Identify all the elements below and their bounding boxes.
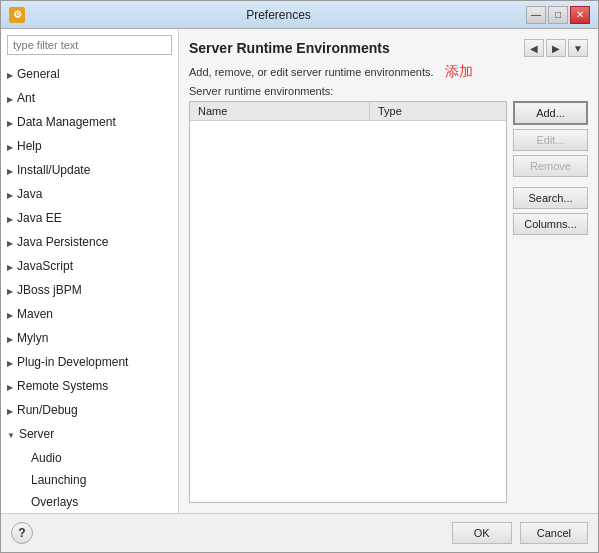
sidebar-item-audio[interactable]: Audio [1, 447, 178, 469]
col-name: Name [190, 102, 370, 120]
filter-input[interactable] [7, 35, 172, 55]
action-buttons: Add... Edit... Remove Search... Columns.… [513, 101, 588, 503]
sidebar-item-jboss-jbpm[interactable]: JBoss jBPM [1, 279, 178, 303]
columns-button[interactable]: Columns... [513, 213, 588, 235]
chinese-add-text: 添加 [445, 63, 473, 79]
sidebar-item-general[interactable]: General [1, 63, 178, 87]
remove-button[interactable]: Remove [513, 155, 588, 177]
sidebar-item-plugin-dev[interactable]: Plug-in Development [1, 351, 178, 375]
table-header: Name Type [190, 102, 506, 121]
panel-header: Server Runtime Environments ◀ ▶ ▼ [189, 39, 588, 57]
runtime-table: Name Type [189, 101, 507, 503]
add-button[interactable]: Add... [513, 101, 588, 125]
sidebar-item-install-update[interactable]: Install/Update [1, 159, 178, 183]
sidebar-item-maven[interactable]: Maven [1, 303, 178, 327]
sidebar-item-javascript[interactable]: JavaScript [1, 255, 178, 279]
sidebar-item-data-management[interactable]: Data Management [1, 111, 178, 135]
table-area: Name Type Add... Edit... Remove Search..… [189, 101, 588, 503]
sidebar-item-launching[interactable]: Launching [1, 469, 178, 491]
panel-toolbar: ◀ ▶ ▼ [524, 39, 588, 57]
edit-button[interactable]: Edit... [513, 129, 588, 151]
bottom-bar: ? OK Cancel [1, 513, 598, 552]
panel-description: Add, remove, or edit server runtime envi… [189, 63, 588, 81]
sidebar-item-java[interactable]: Java [1, 183, 178, 207]
tree-view: General Ant Data Management Help Install… [1, 61, 178, 513]
title-bar: ⚙ Preferences — □ ✕ [1, 1, 598, 29]
sidebar-item-java-persistence[interactable]: Java Persistence [1, 231, 178, 255]
sidebar-item-remote-systems[interactable]: Remote Systems [1, 375, 178, 399]
preferences-window: ⚙ Preferences — □ ✕ General Ant Data Man… [0, 0, 599, 553]
sidebar-item-overlays[interactable]: Overlays [1, 491, 178, 513]
sidebar-item-run-debug[interactable]: Run/Debug [1, 399, 178, 423]
search-button[interactable]: Search... [513, 187, 588, 209]
minimize-button[interactable]: — [526, 6, 546, 24]
main-content: General Ant Data Management Help Install… [1, 29, 598, 513]
right-panel: Server Runtime Environments ◀ ▶ ▼ Add, r… [179, 29, 598, 513]
sidebar-item-mylyn[interactable]: Mylyn [1, 327, 178, 351]
close-button[interactable]: ✕ [570, 6, 590, 24]
sidebar-item-ant[interactable]: Ant [1, 87, 178, 111]
cancel-button[interactable]: Cancel [520, 522, 588, 544]
col-type: Type [370, 102, 506, 120]
table-body [190, 121, 506, 502]
window-title: Preferences [31, 8, 526, 22]
panel-title: Server Runtime Environments [189, 40, 390, 56]
bottom-buttons: OK Cancel [452, 522, 588, 544]
window-icon: ⚙ [9, 7, 25, 23]
window-controls: — □ ✕ [526, 6, 590, 24]
sidebar: General Ant Data Management Help Install… [1, 29, 179, 513]
maximize-button[interactable]: □ [548, 6, 568, 24]
menu-button[interactable]: ▼ [568, 39, 588, 57]
sidebar-item-server[interactable]: Server [1, 423, 178, 447]
help-button[interactable]: ? [11, 522, 33, 544]
ok-button[interactable]: OK [452, 522, 512, 544]
sidebar-item-help[interactable]: Help [1, 135, 178, 159]
env-label: Server runtime environments: [189, 85, 588, 97]
sidebar-item-java-ee[interactable]: Java EE [1, 207, 178, 231]
forward-button[interactable]: ▶ [546, 39, 566, 57]
back-button[interactable]: ◀ [524, 39, 544, 57]
